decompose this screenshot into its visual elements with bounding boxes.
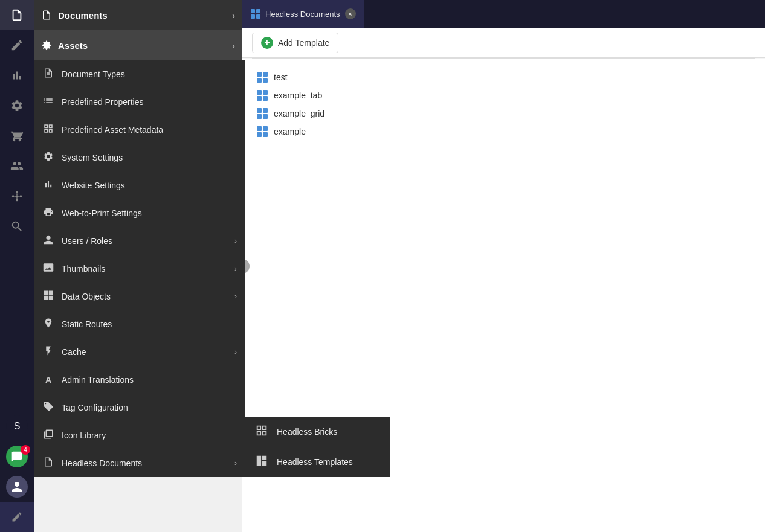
symfony-icon[interactable]: S — [6, 415, 28, 437]
menu-cache[interactable]: Cache › — [34, 338, 245, 366]
analytics-nav-icon[interactable] — [0, 60, 34, 91]
template-test-label: test — [274, 72, 288, 82]
headless-bricks-icon — [255, 424, 268, 440]
menu-website-settings[interactable]: Website Settings — [34, 171, 245, 199]
edit-nav-icon[interactable] — [0, 30, 34, 60]
tab-grid-icon — [251, 9, 260, 19]
template-example-tab-label: example_tab — [274, 91, 322, 100]
assets-sidebar-header[interactable]: Assets › — [34, 30, 242, 60]
thumbnails-label: Thumbnails — [62, 264, 105, 274]
svg-point-0 — [16, 195, 18, 197]
cache-icon — [42, 345, 54, 359]
menu-admin-translations[interactable]: A Admin Translations — [34, 366, 245, 394]
tag-configuration-icon — [42, 401, 54, 414]
cache-label: Cache — [62, 347, 86, 357]
predefined-asset-metadata-label: Predefined Asset Metadata — [62, 125, 163, 135]
menu-headless-documents[interactable]: Headless Documents › Headless Bricks Hea… — [34, 449, 245, 477]
icon-rail: S 4 — [0, 0, 34, 532]
search-nav-icon[interactable] — [0, 211, 34, 242]
admin-translations-label: Admin Translations — [62, 375, 134, 385]
data-objects-icon — [42, 290, 54, 303]
template-item-test[interactable]: test — [252, 68, 755, 86]
users-roles-icon — [42, 234, 54, 248]
documents-label: Documents — [58, 10, 108, 21]
assets-label: Assets — [58, 40, 88, 51]
template-item-example-grid[interactable]: example_grid — [252, 104, 755, 123]
sidebar: Documents › Assets › 🏠 Home + 📁 Brand Lo… — [34, 0, 242, 532]
network-nav-icon[interactable] — [0, 181, 34, 211]
settings-dropdown-menu: Document Types Predefined Properties Pre… — [34, 60, 245, 477]
users-nav-icon[interactable] — [0, 151, 34, 181]
user-avatar-icon[interactable] — [6, 476, 28, 498]
svg-rect-12 — [44, 296, 48, 300]
menu-document-types[interactable]: Document Types — [34, 60, 245, 88]
headless-documents-tab[interactable]: Headless Documents × — [242, 0, 364, 28]
thumbnails-chevron: › — [234, 264, 237, 273]
cache-chevron: › — [234, 348, 237, 356]
predefined-asset-metadata-icon — [42, 123, 54, 136]
svg-rect-10 — [44, 291, 48, 295]
add-template-plus-icon: + — [261, 37, 273, 49]
users-roles-label: Users / Roles — [62, 236, 112, 246]
headless-templates-icon — [255, 454, 268, 470]
headless-templates-item[interactable]: Headless Templates — [245, 447, 390, 477]
pencil-bottom-icon[interactable] — [0, 502, 34, 532]
users-roles-chevron: › — [234, 237, 237, 245]
menu-web-to-print[interactable]: Web-to-Print Settings — [34, 199, 245, 227]
chat-nav-item[interactable]: 4 — [0, 441, 34, 472]
documents-sidebar-header[interactable]: Documents › — [34, 0, 242, 30]
system-settings-icon — [42, 151, 54, 164]
menu-users-roles[interactable]: Users / Roles › — [34, 227, 245, 255]
menu-data-objects[interactable]: Data Objects › — [34, 283, 245, 310]
template-example-grid-icon — [257, 108, 268, 119]
website-settings-icon — [42, 179, 54, 192]
documents-arrow-icon: › — [232, 10, 235, 21]
admin-translations-icon: A — [42, 375, 54, 385]
chat-badge-count: 4 — [21, 445, 30, 455]
template-example-icon — [257, 126, 268, 137]
toolbar: + Add Template — [242, 28, 765, 58]
icon-rail-bottom: S 4 — [0, 411, 34, 532]
documents-nav-icon[interactable] — [0, 0, 34, 30]
system-settings-label: System Settings — [62, 153, 123, 162]
template-test-icon — [257, 72, 268, 83]
svg-rect-13 — [49, 296, 53, 300]
menu-icon-library[interactable]: Icon Library — [34, 421, 245, 449]
menu-tag-configuration[interactable]: Tag Configuration — [34, 394, 245, 421]
icon-library-icon — [42, 429, 54, 442]
tab-bar: Headless Documents × — [242, 0, 765, 28]
headless-documents-label: Headless Documents — [62, 458, 142, 468]
template-example-grid-label: example_grid — [274, 109, 324, 118]
headless-documents-chevron: › — [234, 459, 237, 467]
thumbnails-icon — [42, 262, 54, 275]
menu-static-routes[interactable]: Static Routes — [34, 310, 245, 338]
predefined-properties-label: Predefined Properties — [62, 97, 143, 107]
assets-arrow-icon: › — [232, 40, 235, 51]
template-example-label: example — [274, 127, 306, 136]
menu-predefined-properties[interactable]: Predefined Properties — [34, 88, 245, 116]
svg-point-4 — [20, 195, 22, 197]
add-template-label: Add Template — [278, 38, 329, 48]
static-routes-label: Static Routes — [62, 319, 112, 329]
headless-documents-icon — [42, 457, 54, 470]
headless-bricks-item[interactable]: Headless Bricks — [245, 417, 390, 447]
svg-point-1 — [16, 191, 18, 194]
template-item-example-tab[interactable]: example_tab — [252, 86, 755, 104]
settings-nav-icon[interactable] — [0, 91, 34, 121]
static-routes-icon — [42, 318, 54, 331]
template-item-example[interactable]: example — [252, 123, 755, 141]
headless-submenu: Headless Bricks Headless Templates — [245, 417, 390, 477]
data-objects-chevron: › — [234, 292, 237, 301]
svg-point-3 — [12, 195, 15, 197]
document-types-label: Document Types — [62, 69, 125, 79]
data-objects-label: Data Objects — [62, 292, 111, 301]
menu-thumbnails[interactable]: Thumbnails › — [34, 255, 245, 283]
tag-configuration-label: Tag Configuration — [62, 403, 128, 412]
tab-label: Headless Documents — [265, 10, 340, 19]
document-types-icon — [42, 68, 54, 81]
tab-close-button[interactable]: × — [345, 8, 356, 19]
ecommerce-nav-icon[interactable] — [0, 121, 34, 151]
add-template-button[interactable]: + Add Template — [252, 33, 338, 53]
menu-predefined-asset-metadata[interactable]: Predefined Asset Metadata — [34, 116, 245, 144]
menu-system-settings[interactable]: System Settings — [34, 144, 245, 171]
